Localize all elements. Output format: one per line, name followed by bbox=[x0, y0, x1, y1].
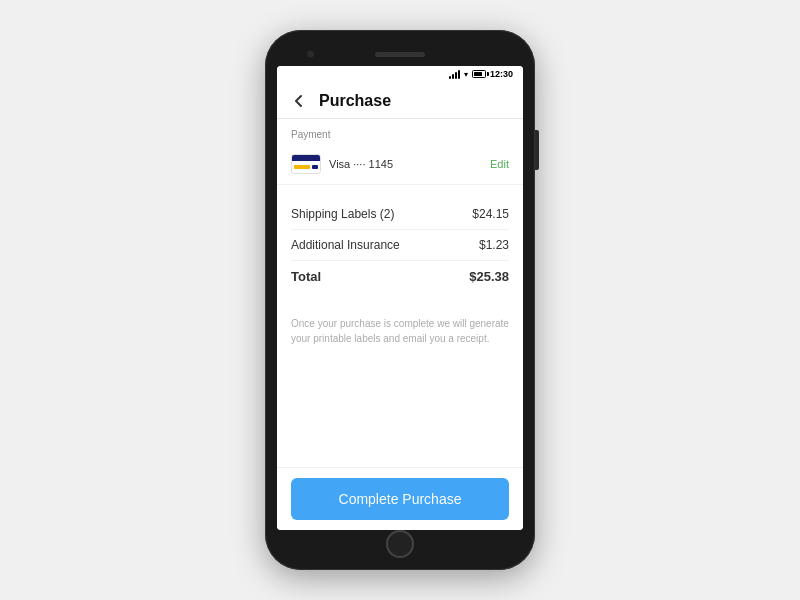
edit-payment-button[interactable]: Edit bbox=[490, 158, 509, 170]
order-item-label-0: Shipping Labels (2) bbox=[291, 207, 394, 221]
status-time: 12:30 bbox=[490, 69, 513, 79]
visa-bottom bbox=[292, 161, 320, 173]
order-item-label-1: Additional Insurance bbox=[291, 238, 400, 252]
visa-gold-stripe bbox=[294, 165, 310, 169]
page-title: Purchase bbox=[319, 92, 391, 110]
back-button[interactable] bbox=[291, 92, 309, 110]
battery-icon bbox=[472, 70, 486, 78]
visa-card-icon bbox=[291, 154, 321, 174]
order-item-value-1: $1.23 bbox=[479, 238, 509, 252]
payment-left: Visa ···· 1145 bbox=[291, 154, 393, 174]
total-label: Total bbox=[291, 269, 321, 284]
home-button[interactable] bbox=[386, 530, 414, 558]
card-number: Visa ···· 1145 bbox=[329, 158, 393, 170]
complete-purchase-button[interactable]: Complete Purchase bbox=[291, 478, 509, 520]
signal-icon bbox=[449, 70, 460, 79]
receipt-note: Once your purchase is complete we will g… bbox=[277, 306, 523, 356]
order-item-0: Shipping Labels (2) $24.15 bbox=[291, 199, 509, 230]
payment-row: Visa ···· 1145 Edit bbox=[277, 144, 523, 185]
order-item-value-0: $24.15 bbox=[472, 207, 509, 221]
order-total-row: Total $25.38 bbox=[291, 261, 509, 292]
battery-fill bbox=[474, 72, 482, 76]
payment-section-label: Payment bbox=[277, 119, 523, 144]
phone-top-bar bbox=[277, 42, 523, 66]
wifi-icon: ▾ bbox=[464, 70, 468, 79]
order-section: Shipping Labels (2) $24.15 Additional In… bbox=[277, 185, 523, 306]
complete-btn-wrapper: Complete Purchase bbox=[277, 467, 523, 530]
order-item-1: Additional Insurance $1.23 bbox=[291, 230, 509, 261]
phone-frame: ▾ 12:30 Purchase Payment bbox=[265, 30, 535, 570]
total-value: $25.38 bbox=[469, 269, 509, 284]
status-bar: ▾ 12:30 bbox=[277, 66, 523, 82]
camera bbox=[307, 51, 314, 58]
side-button bbox=[535, 130, 539, 170]
screen-content: Payment Visa ···· 1145 Edit bbox=[277, 119, 523, 467]
visa-blue-stripe bbox=[312, 165, 318, 169]
phone-screen: ▾ 12:30 Purchase Payment bbox=[277, 66, 523, 530]
speaker bbox=[375, 52, 425, 57]
app-header: Purchase bbox=[277, 82, 523, 119]
phone-bottom-bar bbox=[277, 530, 523, 558]
